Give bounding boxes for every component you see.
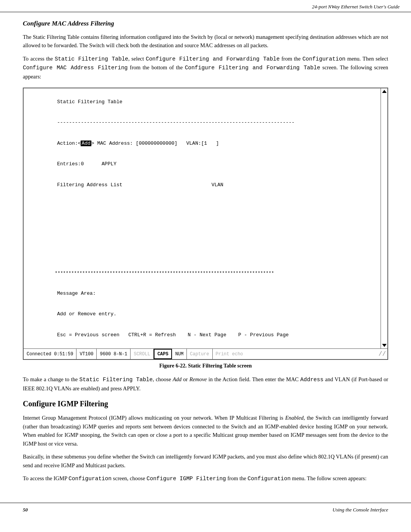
terminal-title-line: Static Filtering Table <box>27 91 379 112</box>
statusbar-connected: Connected 0:51:59 <box>24 349 76 359</box>
para-after-figure: To make a change to the Static Filtering… <box>23 375 388 393</box>
terminal-list-header: Filtering Address List VLAN <box>27 175 379 196</box>
figure-caption: Figure 6-22. Static Filtering Table scre… <box>23 363 388 369</box>
statusbar-scroll: SCROLL <box>131 349 153 359</box>
statusbar-slash-icon: // <box>377 351 387 358</box>
terminal-content: Static Filtering Table -----------------… <box>24 88 387 348</box>
terminal-entries-line: Entries:0 APPLY <box>27 154 379 175</box>
section1-para2: To access the Static Filtering Table, se… <box>23 54 388 81</box>
terminal-inner: Static Filtering Table -----------------… <box>24 88 387 359</box>
section2-para2: Basically, in these submenus you define … <box>23 452 388 470</box>
footer-page-number: 50 <box>23 507 28 513</box>
terminal-action-line: Action:<Add> MAC Address: [000000000000]… <box>27 133 379 154</box>
section1-para1: The Static Filtering Table contains filt… <box>23 33 388 50</box>
terminal-empty-area <box>27 195 379 264</box>
header-title: 24-port NWay Ethernet Switch User's Guid… <box>312 4 400 10</box>
section2-para1: Internet Group Management Protocol (IGMP… <box>23 414 388 448</box>
scroll-down-arrow[interactable] <box>382 344 387 347</box>
terminal-separator: ----------------------------------------… <box>27 112 379 133</box>
statusbar-capture: Capture <box>187 349 212 359</box>
statusbar-caps: CAPS <box>154 349 172 359</box>
section2-para3: To access the IGMP Configuration screen,… <box>23 474 388 483</box>
section1-title: Configure MAC Address Filtering <box>23 20 388 27</box>
page-footer: 50 Using the Console Interface <box>0 503 411 517</box>
page-header: 24-port NWay Ethernet Switch User's Guid… <box>0 0 411 12</box>
terminal-msg-area-label: Message Area: <box>27 283 379 304</box>
scrollbar[interactable] <box>381 88 387 348</box>
terminal-statusbar: Connected 0:51:59 VT100 9600 8-N-1 SCROL… <box>24 348 387 359</box>
terminal-stars: ****************************************… <box>27 264 379 283</box>
statusbar-print-echo: Print echo <box>213 349 246 359</box>
scroll-up-arrow[interactable] <box>382 90 387 93</box>
add-highlight: Add <box>81 141 91 146</box>
terminal-screenshot: Static Filtering Table -----------------… <box>23 88 388 360</box>
statusbar-vt100: VT100 <box>76 349 97 359</box>
terminal-msg-text: Add or Remove entry. <box>27 304 379 325</box>
section2-title: Configure IGMP Filtering <box>23 399 388 408</box>
terminal-nav-line: Esc = Previous screen CTRL+R = Refresh N… <box>27 325 379 346</box>
page-content: Configure MAC Address Filtering The Stat… <box>0 12 411 495</box>
statusbar-baud: 9600 8-N-1 <box>97 349 131 359</box>
statusbar-num: NUM <box>172 349 187 359</box>
footer-section: Using the Console Interface <box>333 507 388 513</box>
